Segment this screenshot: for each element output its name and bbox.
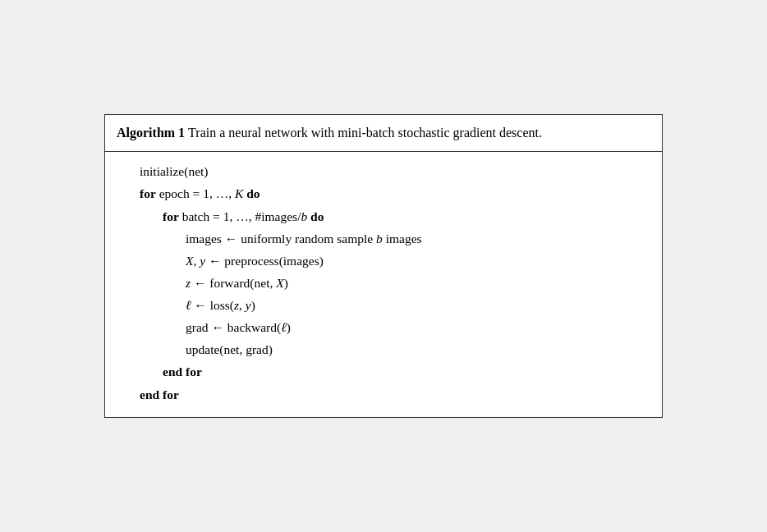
line-end-outer: end for bbox=[117, 383, 650, 406]
line-images: images ← uniformly random sample b image… bbox=[117, 227, 650, 250]
line-loss: ℓ ← loss(z, y) bbox=[117, 294, 650, 316]
algorithm-box: Algorithm 1 Train a neural network with … bbox=[104, 114, 663, 417]
algorithm-body: initialize(net)for epoch = 1, …, K dofor… bbox=[105, 152, 662, 416]
line-backward: grad ← backward(ℓ) bbox=[117, 316, 650, 338]
algorithm-header: Algorithm 1 Train a neural network with … bbox=[105, 115, 662, 152]
line-preprocess: X, y ← preprocess(images) bbox=[117, 250, 650, 272]
line-end-inner: end for bbox=[117, 360, 650, 383]
algorithm-label: Algorithm 1 bbox=[117, 126, 185, 140]
algorithm-title: Train a neural network with mini-batch s… bbox=[188, 126, 542, 140]
line-for-batch: for batch = 1, …, #images/b do bbox=[117, 205, 650, 227]
line-update: update(net, grad) bbox=[117, 338, 650, 360]
line-forward: z ← forward(net, X) bbox=[117, 272, 650, 294]
line-init: initialize(net) bbox=[117, 160, 650, 182]
line-for-epoch: for epoch = 1, …, K do bbox=[117, 182, 650, 204]
